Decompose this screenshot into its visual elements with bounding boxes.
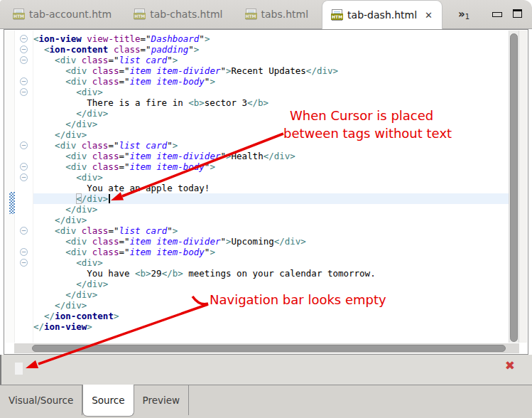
fold-collapse-icon[interactable]: − xyxy=(20,141,28,149)
fold-collapse-icon[interactable]: − xyxy=(20,173,28,181)
code-line[interactable]: </div> xyxy=(33,279,509,289)
overflow-count: 1 xyxy=(465,13,469,21)
tab-label: Source xyxy=(92,395,124,406)
code-line[interactable]: You ate an apple today! xyxy=(33,183,509,193)
navigation-bar-empty-item[interactable] xyxy=(15,363,23,375)
htm-file-icon: HTM xyxy=(13,9,24,20)
tab-dash-html-active[interactable]: HTM tab-dash.html ✕ xyxy=(322,0,443,29)
fold-collapse-icon[interactable]: − xyxy=(20,259,28,267)
code-line[interactable]: </div> xyxy=(33,108,509,119)
chevron-overflow-icon: » xyxy=(458,8,465,21)
fold-collapse-icon[interactable]: − xyxy=(20,227,28,235)
annotation-ruler[interactable] xyxy=(5,31,15,343)
tab-label: Visual/Source xyxy=(9,395,73,406)
fold-collapse-icon[interactable]: − xyxy=(20,88,28,96)
tab-label: Preview xyxy=(143,395,180,406)
code-lines: <ion-view view-title="Dashboard"> <ion-c… xyxy=(33,31,509,332)
maximize-icon[interactable] xyxy=(513,9,522,18)
tab-label: tab-account.htm xyxy=(29,9,112,20)
code-line[interactable]: <div class="item item-body"> xyxy=(33,76,509,87)
code-line[interactable]: <div class="item item-body"> xyxy=(33,247,509,257)
code-line[interactable]: <div> xyxy=(33,172,509,183)
code-line[interactable]: <ion-view view-title="Dashboard"> xyxy=(33,33,509,44)
fold-collapse-icon[interactable]: − xyxy=(20,77,28,85)
fold-collapse-icon[interactable]: − xyxy=(20,163,28,171)
code-line[interactable]: You have <b>29</b> meetings on your cale… xyxy=(33,268,509,279)
annotation-cursor-note-line1: When Cursor is placed xyxy=(290,108,433,123)
code-line[interactable]: </div> xyxy=(33,193,509,204)
horizontal-scrollbar[interactable] xyxy=(14,343,519,353)
htm-file-icon: HTM xyxy=(246,9,256,20)
close-tab-icon[interactable]: ✕ xyxy=(425,10,433,21)
code-line[interactable]: <div class="item item-divider">Health</d… xyxy=(33,151,509,161)
tab-chats-html[interactable]: HTM tab-chats.html xyxy=(125,0,232,28)
editor-mode-tab-bar: Visual/Source Source Preview xyxy=(0,385,532,418)
vertical-scrollbar[interactable] xyxy=(509,31,519,343)
tab-source-active[interactable]: Source xyxy=(82,385,134,417)
code-line[interactable]: <div> xyxy=(33,257,509,268)
code-line[interactable]: <div> xyxy=(33,87,509,97)
text-cursor xyxy=(109,194,110,203)
tab-preview[interactable]: Preview xyxy=(134,385,190,415)
htm-file-icon: HTM xyxy=(332,9,342,21)
htm-file-icon: HTM xyxy=(134,9,145,20)
error-close-icon[interactable]: ✖ xyxy=(505,358,515,373)
fold-collapse-icon[interactable]: − xyxy=(20,35,28,43)
tab-label: tab-chats.html xyxy=(150,9,222,20)
editor-tab-bar: HTM tab-account.htm HTM tab-chats.html H… xyxy=(0,0,532,29)
code-line[interactable]: </ion-view> xyxy=(33,321,509,332)
fold-collapse-icon[interactable]: − xyxy=(20,45,28,53)
code-line[interactable]: <div class="list card"> xyxy=(33,55,509,65)
tab-overflow-indicator[interactable]: » 1 xyxy=(458,0,469,28)
annotation-nav-note: Navigation bar looks empty xyxy=(210,292,386,307)
code-line[interactable]: <ion-content class="padding"> xyxy=(33,44,509,55)
editor-window: HTM tab-account.htm HTM tab-chats.html H… xyxy=(0,0,532,418)
fold-collapse-icon[interactable]: − xyxy=(20,56,28,64)
tab-account-htm[interactable]: HTM tab-account.htm xyxy=(4,0,121,28)
tab-label: tabs.html xyxy=(261,9,309,20)
code-line[interactable]: <div class="item item-body"> xyxy=(33,161,509,172)
code-line[interactable]: <div class="list card"> xyxy=(33,140,509,151)
code-line[interactable]: <div class="item item-divider">Recent Up… xyxy=(33,65,509,76)
tab-visual-source[interactable]: Visual/Source xyxy=(0,385,82,415)
code-line[interactable]: </ion-content> xyxy=(33,311,509,321)
minimize-icon[interactable] xyxy=(492,12,502,17)
code-line[interactable]: <div class="item item-divider">Upcoming<… xyxy=(33,236,509,247)
code-line[interactable]: </div> xyxy=(33,204,509,215)
fold-ruler: −−−−−−−−−−− xyxy=(15,31,33,343)
overview-ruler[interactable] xyxy=(519,31,527,343)
fold-collapse-icon[interactable]: − xyxy=(20,248,28,256)
code-line[interactable]: </div> xyxy=(33,215,509,225)
code-line[interactable]: There is a fire in <b>sector 3</b> xyxy=(33,97,509,108)
view-controls xyxy=(492,9,522,18)
navigation-bar: ✖ xyxy=(0,355,532,385)
vertical-scrollbar-thumb[interactable] xyxy=(510,33,518,342)
tab-tabs-html[interactable]: HTM tabs.html xyxy=(237,0,318,28)
code-line[interactable]: <div class="list card"> xyxy=(33,225,509,236)
tab-label: tab-dash.html xyxy=(347,9,417,21)
annotation-cursor-note-line2: between tags without text xyxy=(283,126,452,141)
horizontal-scrollbar-thumb[interactable] xyxy=(32,345,506,352)
